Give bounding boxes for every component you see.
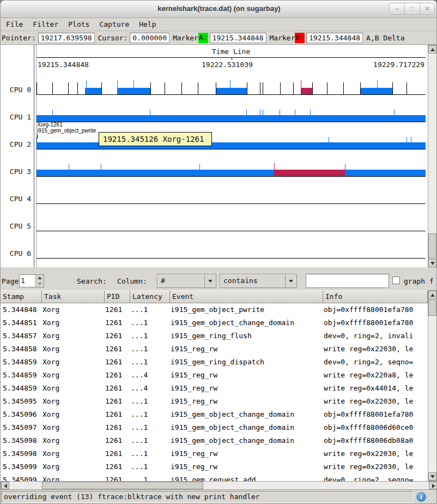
table-cell[interactable]: 5.344851 [1,316,40,329]
event-tick[interactable] [117,80,118,94]
table-cell[interactable]: 5.344848 [1,303,40,316]
timeline-bar[interactable] [37,115,426,122]
event-tick[interactable] [37,137,37,142]
table-cell[interactable]: obj=0xffff88001efa780 [321,303,426,316]
event-tick[interactable] [263,110,263,115]
event-tick[interactable] [101,164,101,170]
menu-filter[interactable]: Filter [33,20,58,28]
event-tick[interactable] [260,82,260,94]
table-cell[interactable]: 5.344859 [1,382,40,395]
table-cell[interactable]: 1261 [103,395,129,408]
scrollbar-thumb[interactable] [428,233,436,259]
table-cell[interactable]: write reg=0x22030, le [321,343,426,356]
event-tick[interactable] [247,82,247,94]
column-header-task[interactable]: Task [42,290,105,303]
event-tick[interactable] [293,82,294,94]
table-cell[interactable]: i915_reg_rw [168,369,321,382]
event-tick[interactable] [165,82,165,94]
event-tick[interactable] [263,82,263,94]
table-cell[interactable]: ...1 [129,434,168,447]
menu-file[interactable]: File [6,20,23,28]
table-cell[interactable]: Xorg [40,395,103,408]
event-tick[interactable] [343,82,344,94]
table-row[interactable]: 5.344859Xorg1261...4i915_reg_rwwrite reg… [1,382,428,395]
table-cell[interactable]: 1261 [103,434,129,447]
table-cell[interactable]: ...1 [129,316,168,329]
table-row[interactable]: 5.345098Xorg1261...1i915_reg_rwwrite reg… [1,447,428,460]
spinner-buttons[interactable] [35,275,44,287]
marker-b-badge[interactable]: B: [295,33,305,43]
table-cell[interactable]: 1261 [103,473,129,481]
table-cell[interactable]: ...4 [129,369,168,382]
table-cell[interactable]: write reg=0x22030, le [321,447,426,460]
graph-follows-checkbox[interactable] [392,277,400,284]
table-cell[interactable]: Xorg [40,460,103,473]
search-input[interactable] [306,274,389,288]
table-cell[interactable]: 1261 [103,329,129,343]
table-cell[interactable]: write reg=0x22030, le [321,395,426,408]
maximize-button[interactable]: □ [404,3,420,15]
event-tick[interactable] [295,110,295,115]
event-tick[interactable] [181,82,182,94]
table-row[interactable]: 5.344859Xorg1261...4i915_reg_rwwrite reg… [1,369,428,382]
menu-capture[interactable]: Capture [99,20,129,28]
table-cell[interactable]: Xorg [40,447,103,460]
table-cell[interactable]: Xorg [40,329,103,343]
table-row[interactable]: 5.345099Xorg1261...1i915_reg_rwwrite reg… [1,460,428,473]
table-cell[interactable]: obj=0xffff88006d60ce0 [321,421,426,434]
table-cell[interactable]: i915_gem_object_change_domain [168,421,321,434]
table-cell[interactable]: 5.344857 [1,329,40,343]
match-select[interactable]: contains [220,274,297,288]
column-header-stamp[interactable]: Stamp [1,290,42,303]
event-tick[interactable] [77,82,78,94]
timeline-bar[interactable] [301,88,312,94]
page-input[interactable]: 1 [21,277,25,285]
table-cell[interactable]: ...4 [129,382,168,395]
timeline-bar[interactable] [345,170,426,176]
table-cell[interactable]: 1261 [103,382,129,395]
table-cell[interactable]: 5.345095 [1,395,40,408]
event-tick[interactable] [260,110,260,115]
table-cell[interactable]: obj=0xffff88006db08a0 [321,434,426,447]
scrollbar-thumb[interactable] [42,482,203,489]
table-cell[interactable]: Xorg [40,382,103,395]
column-header-event[interactable]: Event [170,290,323,303]
table-cell[interactable]: 5.344859 [1,356,40,369]
table-cell[interactable]: 5.345099 [1,473,40,481]
table-vertical-scrollbar[interactable] [428,290,437,481]
table-cell[interactable]: Xorg [40,356,103,369]
event-tick[interactable] [69,164,69,170]
scrollbar-thumb[interactable] [428,299,436,316]
table-cell[interactable]: ...1 [129,303,168,316]
table-cell[interactable]: ...1 [129,473,168,481]
event-tick[interactable] [406,137,407,142]
timeline-bar[interactable] [37,170,274,176]
event-tick[interactable] [68,82,69,94]
table-cell[interactable]: 5.344859 [1,369,40,382]
table-cell[interactable]: Xorg [40,473,103,481]
table-cell[interactable]: i915_gem_object_change_domain [168,316,321,329]
event-tick[interactable] [310,110,311,115]
table-cell[interactable]: i915_reg_rw [168,395,321,408]
table-row[interactable]: 5.345096Xorg1261...1i915_gem_object_chan… [1,408,428,421]
table-cell[interactable]: ...1 [129,356,168,369]
marker-a-badge[interactable]: A: [198,33,208,43]
table-row[interactable]: 5.345097Xorg1261...1i915_gem_object_chan… [1,421,428,434]
table-cell[interactable]: ...1 [129,343,168,356]
table-cell[interactable]: ...1 [129,329,168,343]
timeline-bar[interactable] [216,88,247,94]
event-tick[interactable] [37,82,37,94]
table-row[interactable]: 5.344858Xorg1261...1i915_reg_rwwrite reg… [1,343,428,356]
graph-vertical-scrollbar[interactable] [428,45,437,268]
table-cell[interactable]: i915_gem_object_change_domain [168,408,321,421]
table-cell[interactable]: dev=0, ring=2, seqno= [321,356,426,369]
event-tick[interactable] [394,110,394,115]
table-cell[interactable]: Xorg [40,434,103,447]
table-cell[interactable]: ...1 [129,421,168,434]
table-cell[interactable]: 1261 [103,460,129,473]
event-tick[interactable] [411,137,411,142]
event-tick[interactable] [52,82,53,94]
table-row[interactable]: 5.344857Xorg1261...1i915_gem_ring_flushd… [1,329,428,343]
event-tick[interactable] [360,82,361,94]
table-cell[interactable]: dev=0, ring=2, seqno= [321,473,426,481]
